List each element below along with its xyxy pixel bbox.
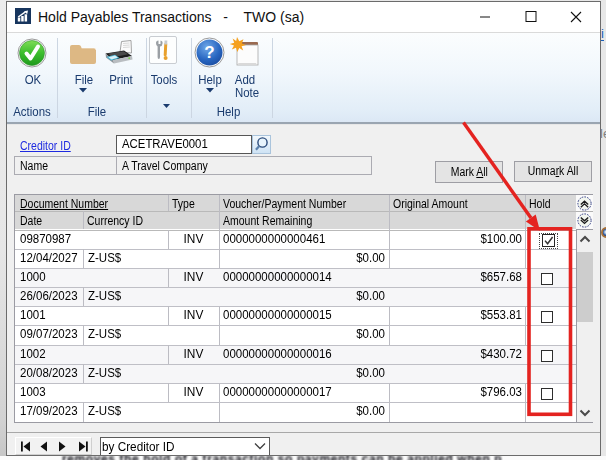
svg-text:?: ?: [204, 43, 214, 62]
